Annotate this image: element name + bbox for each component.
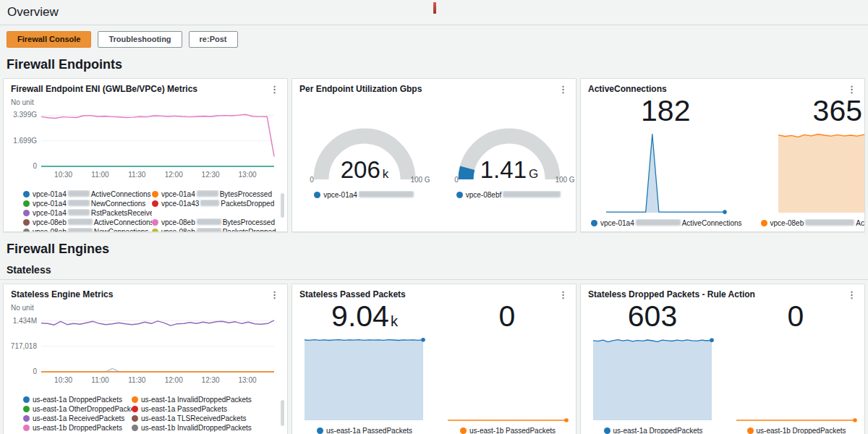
legend-color-dot [152,191,158,197]
legend-label: vpce-01a4NewConnections [33,200,145,208]
stateless-engine-chart[interactable]: No unit1.434M717,018010:3011:0011:3012:0… [4,301,287,395]
dashboard-tabs: Firewall Console Troubleshooting re:Post [7,31,865,48]
utilization-gauge-1[interactable]: 0100 G 206k vpce-01a4 [292,116,437,199]
redacted-id [68,190,90,197]
legend-item[interactable]: us-east-1a InvalidDroppedPackets [132,396,284,404]
svg-text:11:00: 11:00 [91,171,109,179]
legend-item[interactable]: us-east-1a OtherDroppedPackets [23,405,132,413]
stat-value: 0 [788,302,806,332]
legend-label: us-east-1a TLSReceivedPackets [141,414,246,422]
card-active-connections: ActiveConnections ⋮ 182 vpce-01a4ActiveC… [580,78,865,232]
legend-item[interactable]: us-east-1b InvalidDroppedPackets [132,424,284,432]
kebab-menu-icon[interactable]: ⋮ [845,289,859,300]
kebab-menu-icon[interactable]: ⋮ [556,289,570,300]
legend-item[interactable]: vpce-01a4 [314,191,415,199]
legend-label: vpce-01a43PacketsDropped [161,200,274,208]
stat-line-chart[interactable] [446,332,570,425]
legend-item[interactable]: vpce-01a4ActiveConnections [23,190,152,198]
redacted-id [68,200,90,206]
legend-label: vpce-01a4ActiveConnections [33,190,151,198]
eni-metrics-chart[interactable]: No unit3.399G1.699G010:3011:0011:3012:00… [4,95,287,190]
svg-text:1.434M: 1.434M [13,317,37,325]
tab-troubleshooting[interactable]: Troubleshooting [98,31,182,48]
stat-sparkline[interactable] [776,127,865,218]
tab-repost[interactable]: re:Post [189,31,238,48]
gauge-value: 1.41G [437,156,576,184]
legend-color-dot [23,415,30,422]
kebab-menu-icon[interactable]: ⋮ [268,289,281,300]
legend-color-dot [132,396,138,403]
redacted-id [68,209,90,216]
legend-item[interactable]: vpce-01a4NewConnections [23,200,152,208]
legend-item[interactable]: vpce-08ebNewConnections [23,228,152,232]
stat-1a-passed-packets: 9.04k us-east-1a PassedPackets [302,301,427,434]
stat-value: 182 [641,96,692,127]
card-utilization: Per Endpoint Utilization Gbps ⋮ 0100 G 2… [292,78,576,232]
legend-item[interactable]: us-east-1b DroppedPackets [23,424,132,432]
legend-label: us-east-1a OtherDroppedPackets [33,405,132,413]
legend-item[interactable]: vpce-01a4BytesProcessed [152,190,284,198]
svg-text:13:00: 13:00 [238,376,256,384]
legend-item[interactable]: vpce-08ebActiveConnections [761,219,865,227]
utilization-gauge-2[interactable]: 0100 G 1.41G vpce-08ebf [437,116,576,199]
legend-item[interactable]: vpce-08ebBytesProcessed [152,218,284,226]
legend-item[interactable]: vpce-01a4RstPacketsReceived [23,209,152,217]
svg-text:0: 0 [33,367,37,375]
legend-label: vpce-01a4 [323,191,415,199]
svg-text:11:00: 11:00 [91,376,109,384]
dashboard-page: Overview Firewall Console Troubleshootin… [0,0,868,434]
stat-line-chart[interactable] [734,332,859,425]
legend-label: us-east-1b PassedPackets [469,427,556,434]
stat-area-chart[interactable] [302,332,427,425]
legend-color-dot [460,427,467,434]
legend-item[interactable]: us-east-1a TLSReceivedPackets [132,414,284,422]
legend-item[interactable]: us-east-1a PassedPackets [132,405,284,413]
legend-color-dot [132,425,138,431]
legend-color-dot [604,427,610,434]
kebab-menu-icon[interactable]: ⋮ [845,84,859,95]
legend-color-dot [23,425,30,431]
svg-text:10:30: 10:30 [54,171,72,179]
legend-item[interactable]: vpce-08ebf [456,191,562,199]
legend-color-dot [152,229,158,232]
legend-scrollbar[interactable] [281,193,284,218]
svg-text:No unit: No unit [11,304,34,312]
legend-item[interactable]: vpce-08ebActiveConnections [23,218,152,226]
svg-text:10:30: 10:30 [54,376,72,384]
stat-1b-passed-packets: 0 us-east-1b PassedPackets [446,301,570,434]
legend-label: us-east-1b InvalidDroppedPackets [141,424,252,432]
legend-item[interactable]: vpce-01a4ActiveConnections [591,219,742,227]
legend-label: us-east-1b DroppedPackets [33,424,122,432]
tab-firewall-console[interactable]: Firewall Console [7,31,91,48]
svg-text:11:30: 11:30 [128,376,146,384]
legend-label: us-east-1a PassedPackets [141,405,227,413]
svg-text:3.399G: 3.399G [13,111,37,119]
svg-text:0: 0 [33,162,37,170]
legend-color-dot [152,200,158,207]
legend-item[interactable]: us-east-1a DroppedPackets [604,427,703,434]
stat-value: 603 [628,302,678,332]
card-title-stateless-dropped: Stateless Dropped Packets - Rule Action [588,289,755,299]
legend-item[interactable]: us-east-1a DroppedPackets [23,396,132,404]
svg-text:12:00: 12:00 [165,171,183,179]
legend-label: us-east-1b DroppedPackets [757,427,846,434]
kebab-menu-icon[interactable]: ⋮ [556,84,570,95]
legend-item[interactable]: vpce-08ebPacketsDropped [152,228,284,232]
legend-color-dot [23,200,30,207]
section-firewall-endpoints: Firewall Endpoints [7,57,865,72]
redacted-id [200,200,219,206]
redacted-id [68,218,93,225]
stat-area-chart[interactable] [591,332,715,425]
kebab-menu-icon[interactable]: ⋮ [268,84,281,95]
legend-item[interactable]: vpce-01a43PacketsDropped [152,200,284,208]
legend-label: vpce-08ebf [466,191,562,199]
legend-item[interactable]: us-east-1b PassedPackets [460,427,556,434]
legend-item[interactable]: us-east-1a PassedPackets [317,427,412,434]
stat-value: 0 [499,302,517,332]
legend-label: vpce-08ebNewConnections [33,228,148,232]
stat-sparkline[interactable] [604,127,728,218]
stat-value: 9.04k [331,302,398,332]
legend-item[interactable]: us-east-1b DroppedPackets [747,427,846,434]
legend-item[interactable]: us-east-1a ReceivedPackets [23,414,132,422]
legend-scrollbar[interactable] [281,400,284,426]
